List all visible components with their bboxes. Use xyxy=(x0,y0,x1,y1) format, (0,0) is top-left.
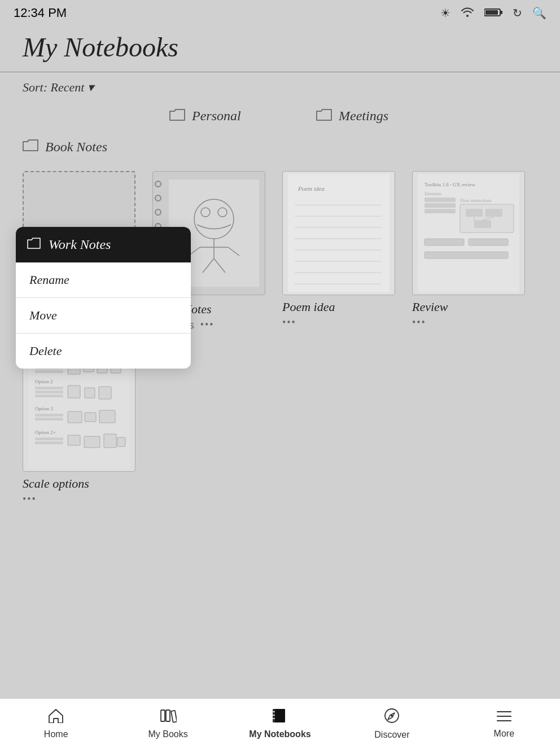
svg-rect-26 xyxy=(425,198,456,202)
notebook-menu-daily[interactable]: ••• xyxy=(200,319,215,331)
notebook-meta-poem: ••• xyxy=(282,317,296,328)
notebook-menu-scale[interactable]: ••• xyxy=(23,493,37,505)
context-menu-move[interactable]: Move xyxy=(16,298,191,334)
books-icon xyxy=(160,708,177,727)
notebook-thumb-review: Toolkits 1.6 - UX review Elements Flow i… xyxy=(412,171,525,295)
status-bar: 12:34 PM ☀ ↻ 🔍 xyxy=(0,0,560,26)
context-menu-rename[interactable]: Rename xyxy=(16,262,191,298)
svg-text:Poem idea: Poem idea xyxy=(298,185,325,192)
discover-icon xyxy=(384,708,400,728)
nav-home-label: Home xyxy=(44,729,68,739)
nav-my-books[interactable]: My Books xyxy=(112,699,224,749)
svg-rect-27 xyxy=(425,203,456,208)
battery-icon xyxy=(484,7,502,20)
status-time: 12:34 PM xyxy=(14,6,67,20)
svg-rect-68 xyxy=(166,710,170,721)
folder-name-booknotes: Book Notes xyxy=(45,139,107,155)
svg-rect-55 xyxy=(35,414,63,417)
svg-rect-49 xyxy=(35,391,63,393)
svg-rect-69 xyxy=(171,711,177,722)
brightness-icon[interactable]: ☀ xyxy=(440,6,450,20)
svg-rect-31 xyxy=(466,209,483,217)
svg-rect-42 xyxy=(35,370,63,373)
page-title: My Notebooks xyxy=(23,32,537,63)
notebook-meta-scale: ••• xyxy=(23,493,37,505)
folder-row-2: Book Notes xyxy=(23,134,537,160)
svg-text:Option 3: Option 3 xyxy=(35,406,53,411)
svg-text:Option 2+: Option 2+ xyxy=(35,430,56,435)
notebooks-icon xyxy=(272,708,288,727)
folder-row-1: 📁 Work Notes Personal Meetings xyxy=(23,103,537,129)
home-icon xyxy=(48,708,64,727)
nav-discover-label: Discover xyxy=(374,730,409,740)
nav-my-notebooks[interactable]: My Notebooks xyxy=(224,699,336,749)
folder-name-personal: Personal xyxy=(192,108,241,124)
svg-rect-64 xyxy=(84,436,100,448)
svg-rect-70 xyxy=(274,709,285,722)
wifi-icon xyxy=(461,7,474,20)
search-icon[interactable]: 🔍 xyxy=(532,6,546,20)
nav-more[interactable]: More xyxy=(448,699,560,749)
svg-text:Toolkits 1.6 - UX review: Toolkits 1.6 - UX review xyxy=(425,182,476,187)
notebook-label-poem: Poem idea xyxy=(282,300,335,314)
svg-rect-38 xyxy=(425,252,508,259)
sync-icon[interactable]: ↻ xyxy=(513,6,522,20)
notebook-meta-review: ••• xyxy=(412,317,426,328)
notebook-review[interactable]: Toolkits 1.6 - UX review Elements Flow i… xyxy=(412,171,525,331)
svg-rect-66 xyxy=(117,437,125,446)
sort-selector[interactable]: Sort: Recent ▾ xyxy=(23,80,94,95)
context-menu: Work Notes Rename Move Delete xyxy=(16,227,191,369)
svg-rect-59 xyxy=(99,410,115,423)
nav-home[interactable]: Home xyxy=(0,699,112,749)
notebook-thumb-poem: Poem idea xyxy=(282,171,395,295)
folder-icon xyxy=(316,108,332,125)
nav-more-label: More xyxy=(494,729,514,739)
notebook-menu-poem[interactable]: ••• xyxy=(282,317,296,328)
svg-rect-48 xyxy=(35,387,63,389)
svg-rect-28 xyxy=(425,209,456,213)
status-icons: ☀ ↻ 🔍 xyxy=(440,6,546,20)
folder-name: Work Notes xyxy=(47,108,110,124)
svg-rect-51 xyxy=(68,386,80,398)
svg-point-76 xyxy=(391,715,393,717)
folder-meetings[interactable]: Meetings xyxy=(316,108,429,125)
notebook-menu-review[interactable]: ••• xyxy=(412,317,426,328)
notebook-scale-options[interactable]: Option 1 Option 2 Option 3 xyxy=(23,348,135,505)
nav-my-books-label: My Books xyxy=(148,729,187,739)
svg-rect-52 xyxy=(85,388,95,398)
svg-rect-61 xyxy=(35,437,63,440)
context-menu-arrow xyxy=(54,269,69,277)
svg-rect-32 xyxy=(485,209,502,217)
folder-personal[interactable]: Personal xyxy=(169,108,282,125)
svg-rect-58 xyxy=(85,413,96,422)
folder-name-meetings: Meetings xyxy=(339,108,388,124)
svg-rect-67 xyxy=(161,710,165,721)
sort-chevron-icon: ▾ xyxy=(88,80,94,95)
notebook-poem-idea[interactable]: Poem idea Poem idea ••• xyxy=(282,171,395,331)
folder-icon: 📁 xyxy=(23,107,41,125)
context-folder-icon xyxy=(27,238,41,252)
main-content: 📁 Work Notes Personal Meetings xyxy=(0,103,560,505)
svg-rect-30 xyxy=(460,204,514,233)
svg-rect-2 xyxy=(485,10,498,15)
page-header: My Notebooks xyxy=(0,26,560,72)
sort-label-text: Sort: Recent xyxy=(23,80,84,95)
svg-text:Flow interactions: Flow interactions xyxy=(460,198,492,203)
svg-rect-57 xyxy=(68,411,82,423)
svg-rect-71 xyxy=(273,709,275,722)
svg-rect-36 xyxy=(425,239,464,246)
folder-icon xyxy=(23,138,38,155)
svg-text:Elements: Elements xyxy=(425,191,441,196)
context-menu-header: Work Notes xyxy=(16,227,191,262)
folder-book-notes[interactable]: Book Notes xyxy=(23,138,135,155)
context-menu-title: Work Notes xyxy=(49,237,111,252)
svg-rect-63 xyxy=(68,435,80,445)
bottom-nav: Home My Books My Notebooks xyxy=(0,698,560,749)
nav-my-notebooks-label: My Notebooks xyxy=(249,729,310,739)
sort-bar: Sort: Recent ▾ xyxy=(0,72,560,103)
review-preview: Toolkits 1.6 - UX review Elements Flow i… xyxy=(418,174,519,292)
context-menu-delete[interactable]: Delete xyxy=(16,334,191,369)
nav-discover[interactable]: Discover xyxy=(336,699,448,749)
notebook-grid-row2: Option 1 Option 2 Option 3 xyxy=(23,348,537,505)
folder-icon xyxy=(169,108,185,125)
